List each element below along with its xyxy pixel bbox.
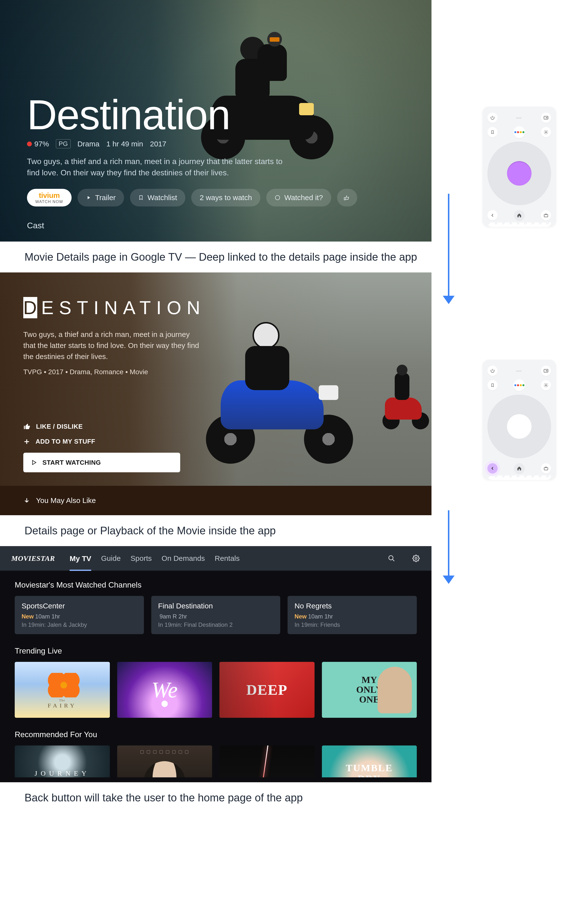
watched-label: Watched it? xyxy=(284,193,323,202)
back-button[interactable] xyxy=(487,210,498,221)
tv-icon xyxy=(543,466,548,470)
watched-it-button[interactable]: Watched it? xyxy=(266,189,331,206)
remote-label: — xyxy=(516,114,522,121)
assistant-button[interactable] xyxy=(513,126,525,138)
top-nav: MOVIESTAR My TV Guide Sports On Demands … xyxy=(0,546,431,571)
tile-label: MY ONLY ONE xyxy=(356,675,382,705)
card-next: In 19min: Friends xyxy=(295,621,410,628)
ways-label: 2 ways to watch xyxy=(199,193,252,202)
like-dislike-button[interactable]: LIKE / DISLIKE xyxy=(23,423,180,431)
home-button[interactable] xyxy=(514,210,524,221)
tab-on-demands[interactable]: On Demands xyxy=(161,553,205,564)
svg-rect-3 xyxy=(544,214,548,217)
new-badge: New xyxy=(295,613,306,620)
section-heading: Moviestar's Most Watched Channels xyxy=(15,581,417,589)
content-tile[interactable]: We xyxy=(117,662,212,718)
like-label: LIKE / DISLIKE xyxy=(36,423,82,431)
new-badge: New xyxy=(21,613,34,620)
assistant-icon xyxy=(514,131,524,133)
tv-icon xyxy=(543,213,548,218)
play-outline-icon xyxy=(31,459,37,466)
ways-to-watch-button[interactable]: 2 ways to watch xyxy=(191,189,260,206)
cta-label: START WATCHING xyxy=(43,459,101,467)
tile-label: TUMBLE DRY xyxy=(346,762,393,777)
bookmark-button[interactable] xyxy=(487,380,498,390)
settings-button[interactable] xyxy=(412,554,420,563)
bookmark-icon xyxy=(491,130,494,134)
content-tile[interactable]: MY ONLY ONE xyxy=(322,662,417,718)
tab-sports[interactable]: Sports xyxy=(130,553,152,564)
live-tv-button[interactable] xyxy=(541,210,551,221)
card-next: In 19min: Jalen & Jackby xyxy=(21,621,137,628)
provider-brand: tivium xyxy=(39,191,59,200)
recommended-section: Recommended For You JOURNEY ▢ ▢ ▢ ▢ ▢ ▢ … xyxy=(0,720,431,780)
score-value: 97% xyxy=(34,140,49,148)
back-icon xyxy=(490,466,495,470)
select-button[interactable] xyxy=(507,161,532,186)
genre: Drama xyxy=(77,140,100,148)
input-button[interactable] xyxy=(541,112,551,123)
home-button[interactable] xyxy=(514,463,524,474)
channel-card[interactable]: Final Destination 9am R 2hr In 19min: Fi… xyxy=(151,596,280,634)
add-to-my-stuff-button[interactable]: ADD TO MY STUFF xyxy=(23,438,180,446)
assistant-button[interactable] xyxy=(513,380,525,391)
home-icon xyxy=(517,466,522,471)
trailer-button[interactable]: Trailer xyxy=(77,189,124,206)
app-actions: LIKE / DISLIKE ADD TO MY STUFF START WAT… xyxy=(23,423,180,472)
input-icon xyxy=(543,369,548,373)
back-icon xyxy=(490,213,495,218)
svg-point-7 xyxy=(389,556,393,560)
play-icon xyxy=(86,195,91,200)
you-may-also-like[interactable]: You May Also Like xyxy=(0,486,431,515)
content-tile[interactable]: DEEP xyxy=(219,662,315,718)
app-logo: MOVIESTAR xyxy=(11,554,55,563)
tab-guide[interactable]: Guide xyxy=(101,553,120,564)
card-title: SportsCenter xyxy=(21,602,137,610)
watch-now-button[interactable]: tivium WATCH NOW xyxy=(27,189,72,206)
title-rest: ESTINATION xyxy=(41,297,206,318)
content-tile[interactable]: JOURNEY xyxy=(15,746,110,777)
movie-title: Destination xyxy=(27,91,230,139)
search-icon xyxy=(388,555,395,562)
more-actions-button[interactable] xyxy=(337,189,357,206)
input-button[interactable] xyxy=(541,366,551,376)
d-pad[interactable] xyxy=(487,142,551,205)
power-button[interactable] xyxy=(487,366,498,376)
content-tile[interactable]: TheFAIRY xyxy=(15,662,110,718)
bookmark-icon xyxy=(138,195,144,201)
trending-live-section: Trending Live TheFAIRY We DEEP MY ONLY O… xyxy=(0,637,431,720)
tile-top-decor: ▢ ▢ ▢ ▢ ▢ ▢ ▢ ▢ xyxy=(117,749,212,754)
tab-my-tv[interactable]: My TV xyxy=(70,553,91,571)
live-tv-button[interactable] xyxy=(541,463,551,474)
remote-diagram-1: — xyxy=(483,107,556,227)
power-button[interactable] xyxy=(487,112,498,123)
channel-card[interactable]: SportsCenter New10am 1hr In 19min: Jalen… xyxy=(15,596,144,634)
select-button[interactable] xyxy=(507,414,532,439)
chevron-down-icon xyxy=(23,497,30,504)
tile-label: We xyxy=(152,677,178,703)
tile-label: DEEP xyxy=(246,681,288,698)
tab-rentals[interactable]: Rentals xyxy=(215,553,240,564)
bookmark-button[interactable] xyxy=(487,127,498,137)
watchlist-button[interactable]: Watchlist xyxy=(130,189,186,206)
settings-button[interactable] xyxy=(541,127,551,137)
app-details: DESTINATION Two guys, a thief and a rich… xyxy=(0,272,431,515)
app-description: Two guys, a thief and a rich man, meet i… xyxy=(23,329,202,362)
channel-card[interactable]: No Regrets New10am 1hr In 19min: Friends xyxy=(288,596,417,634)
content-tile[interactable]: TUMBLE DRY xyxy=(322,746,417,777)
content-tile[interactable]: THE SOURCE xyxy=(219,746,315,777)
content-tile[interactable]: ▢ ▢ ▢ ▢ ▢ ▢ ▢ ▢THE COMEDIAN xyxy=(117,746,212,777)
caption-1: Movie Details page in Google TV — Deep l… xyxy=(0,241,431,272)
runtime: 1 hr 49 min xyxy=(106,140,143,148)
card-time: 9am R 2hr xyxy=(160,613,187,620)
settings-button[interactable] xyxy=(541,380,551,390)
content-rating: PG xyxy=(56,139,71,148)
tomato-icon xyxy=(27,142,32,147)
d-pad[interactable] xyxy=(487,394,551,458)
gear-icon xyxy=(543,130,548,135)
rate-icon xyxy=(344,195,351,200)
movie-metadata: 97% PG Drama 1 hr 49 min 2017 xyxy=(27,139,166,148)
back-button[interactable] xyxy=(487,463,498,474)
start-watching-button[interactable]: START WATCHING xyxy=(23,453,180,472)
search-button[interactable] xyxy=(387,554,396,563)
